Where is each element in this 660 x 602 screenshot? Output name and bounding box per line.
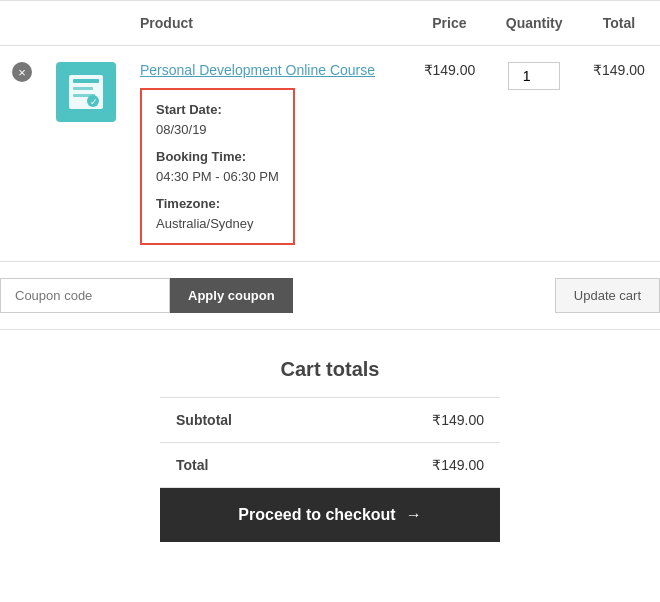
subtotal-label: Subtotal — [160, 398, 334, 443]
product-thumbnail: ✓ — [56, 62, 116, 122]
subtotal-value: ₹149.00 — [334, 398, 500, 443]
cart-table: Product Price Quantity Total × — [0, 0, 660, 262]
booking-time-label: Booking Time: — [156, 147, 279, 167]
total-label: Total — [160, 443, 334, 488]
total-row: Total ₹149.00 — [160, 443, 500, 488]
start-date-value: 08/30/19 — [156, 122, 207, 137]
coupon-input[interactable] — [0, 278, 170, 313]
update-cart-button[interactable]: Update cart — [555, 278, 660, 313]
timezone-value: Australia/Sydney — [156, 216, 254, 231]
product-cell: Personal Development Online Course Start… — [128, 46, 408, 262]
cart-totals-title: Cart totals — [281, 358, 380, 381]
svg-rect-3 — [73, 87, 93, 90]
col-total-header: Total — [578, 1, 660, 46]
col-remove-header — [0, 1, 44, 46]
coupon-left: Apply coupon — [0, 278, 293, 313]
checkout-label: Proceed to checkout — [238, 506, 395, 524]
col-product-header: Product — [128, 1, 408, 46]
svg-text:✓: ✓ — [90, 97, 98, 107]
checkout-button[interactable]: Proceed to checkout → — [160, 488, 500, 542]
item-total: ₹149.00 — [593, 62, 645, 78]
start-date-label: Start Date: — [156, 100, 279, 120]
apply-coupon-button[interactable]: Apply coupon — [170, 278, 293, 313]
checkout-btn-wrap: Proceed to checkout → — [160, 488, 500, 542]
coupon-row: Apply coupon Update cart — [0, 262, 660, 330]
subtotal-row: Subtotal ₹149.00 — [160, 398, 500, 443]
col-price-header: Price — [408, 1, 490, 46]
booking-time-value: 04:30 PM - 06:30 PM — [156, 169, 279, 184]
table-row: × ✓ Personal Developmen — [0, 46, 660, 262]
item-price: ₹149.00 — [424, 62, 476, 78]
totals-table: Subtotal ₹149.00 Total ₹149.00 — [160, 397, 500, 488]
svg-rect-2 — [73, 79, 99, 83]
product-link[interactable]: Personal Development Online Course — [140, 62, 396, 78]
timezone-label: Timezone: — [156, 194, 279, 214]
booking-info-box: Start Date: 08/30/19 Booking Time: 04:30… — [140, 88, 295, 245]
total-value: ₹149.00 — [334, 443, 500, 488]
col-qty-header: Quantity — [490, 1, 577, 46]
col-image-header — [44, 1, 128, 46]
remove-item-button[interactable]: × — [12, 62, 32, 82]
quantity-input[interactable] — [508, 62, 560, 90]
cart-totals-section: Cart totals Subtotal ₹149.00 Total ₹149.… — [0, 330, 660, 542]
checkout-arrow: → — [406, 506, 422, 524]
